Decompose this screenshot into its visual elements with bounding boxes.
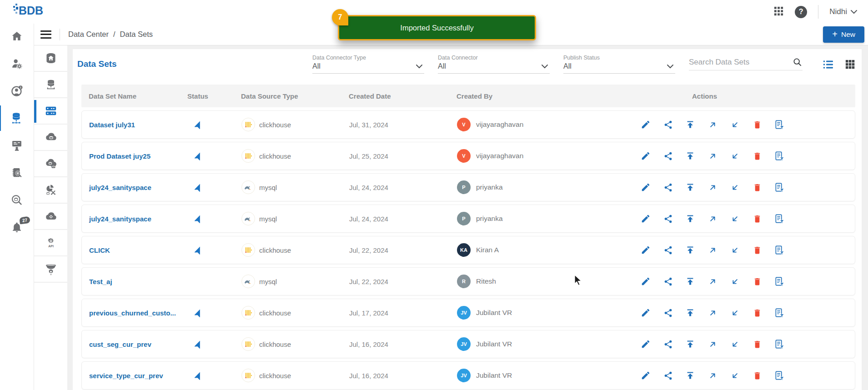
share-action-button[interactable] — [662, 338, 674, 350]
edit-action-button[interactable] — [640, 338, 652, 350]
dataset-name-link[interactable]: july24_sanityspace — [82, 215, 180, 223]
publish-action-button[interactable] — [684, 150, 696, 162]
data-prep-action-button[interactable] — [773, 213, 785, 225]
subrail-item-data-sandbox[interactable]: </> — [34, 151, 67, 177]
publish-action-button[interactable] — [684, 181, 696, 193]
list-view-icon[interactable] — [823, 60, 834, 71]
subrail-item-api[interactable]: API — [34, 230, 67, 256]
grid-view-icon[interactable] — [845, 59, 855, 71]
sidebar-item-trainer[interactable] — [10, 139, 24, 152]
edit-action-button[interactable] — [640, 307, 652, 319]
push-action-button[interactable] — [707, 119, 718, 130]
push-action-button[interactable] — [707, 370, 718, 381]
share-action-button[interactable] — [662, 275, 674, 287]
delete-action-button[interactable] — [751, 181, 763, 193]
edit-action-button[interactable] — [640, 275, 652, 287]
push-action-button[interactable] — [707, 307, 718, 319]
edit-action-button[interactable] — [640, 150, 652, 162]
apps-grid-icon[interactable] — [773, 6, 784, 18]
breadcrumb-data-center[interactable]: Data Center — [68, 30, 109, 39]
breadcrumb-data-sets[interactable]: Data Sets — [120, 30, 153, 39]
publish-action-button[interactable] — [684, 307, 696, 319]
subrail-item-data-metrics[interactable] — [34, 177, 67, 204]
subrail-item-data-store[interactable] — [34, 125, 67, 151]
sidebar-item-data-center[interactable] — [10, 112, 24, 125]
pull-action-button[interactable] — [729, 307, 741, 319]
data-prep-action-button[interactable] — [773, 370, 785, 381]
delete-action-button[interactable] — [751, 150, 763, 162]
push-action-button[interactable] — [707, 213, 718, 225]
sidebar-item-notifications[interactable]: 27 — [10, 221, 24, 234]
push-action-button[interactable] — [707, 275, 718, 287]
dataset-name-link[interactable]: cust_seg_cur_prev — [82, 340, 180, 348]
pull-action-button[interactable] — [729, 370, 741, 381]
filter-data-connector-type[interactable]: Data Connector Type All — [312, 55, 424, 74]
subrail-item-data-connectors[interactable] — [34, 72, 67, 98]
delete-action-button[interactable] — [751, 370, 763, 381]
new-button[interactable]: + New — [823, 26, 864, 43]
share-action-button[interactable] — [662, 119, 674, 130]
sidebar-item-data-search[interactable] — [10, 194, 24, 206]
dataset-name-link[interactable]: CLICK — [82, 246, 180, 254]
push-action-button[interactable] — [707, 181, 718, 193]
subrail-item-data-lake[interactable] — [34, 204, 67, 230]
share-action-button[interactable] — [662, 213, 674, 225]
share-action-button[interactable] — [662, 370, 674, 381]
sidebar-item-home[interactable] — [10, 30, 24, 43]
help-icon[interactable]: ? — [795, 6, 807, 18]
share-action-button[interactable] — [662, 181, 674, 193]
push-action-button[interactable] — [707, 338, 718, 350]
share-action-button[interactable] — [662, 244, 674, 256]
edit-action-button[interactable] — [640, 213, 652, 225]
data-prep-action-button[interactable] — [773, 244, 785, 256]
subrail-item-data-home[interactable] — [34, 45, 67, 72]
share-action-button[interactable] — [662, 150, 674, 162]
pull-action-button[interactable] — [729, 338, 741, 350]
publish-action-button[interactable] — [684, 213, 696, 225]
delete-action-button[interactable] — [751, 307, 763, 319]
publish-action-button[interactable] — [684, 244, 696, 256]
data-prep-action-button[interactable] — [773, 338, 785, 350]
data-prep-action-button[interactable] — [773, 150, 785, 162]
sidebar-item-user-info[interactable]: i — [10, 85, 24, 97]
pull-action-button[interactable] — [729, 150, 741, 162]
dataset-name-link[interactable]: service_type_cur_prev — [82, 372, 180, 380]
pull-action-button[interactable] — [729, 119, 741, 130]
dataset-name-link[interactable]: july24_sanityspace — [82, 184, 180, 191]
delete-action-button[interactable] — [751, 119, 763, 130]
delete-action-button[interactable] — [751, 244, 763, 256]
data-prep-action-button[interactable] — [773, 181, 785, 193]
filter-publish-status[interactable]: Publish Status All — [563, 55, 675, 74]
hamburger-menu-icon[interactable] — [40, 30, 51, 39]
edit-action-button[interactable] — [640, 119, 652, 130]
publish-action-button[interactable] — [684, 370, 696, 381]
user-menu[interactable]: Nidhi — [829, 7, 857, 16]
search-input[interactable] — [689, 58, 793, 67]
edit-action-button[interactable] — [640, 181, 652, 193]
delete-action-button[interactable] — [751, 338, 763, 350]
pull-action-button[interactable] — [729, 275, 741, 287]
search-icon[interactable] — [793, 57, 803, 67]
edit-action-button[interactable] — [640, 370, 652, 381]
subrail-item-data-prep[interactable] — [34, 256, 67, 283]
publish-action-button[interactable] — [684, 275, 696, 287]
push-action-button[interactable] — [707, 150, 718, 162]
subrail-item-data-sets[interactable] — [34, 98, 67, 125]
pull-action-button[interactable] — [729, 213, 741, 225]
filter-data-connector[interactable]: Data Connector All — [438, 55, 550, 74]
dataset-name-link[interactable]: previous_churned_custo... — [82, 309, 180, 317]
pull-action-button[interactable] — [729, 181, 741, 193]
data-prep-action-button[interactable] — [773, 275, 785, 287]
share-action-button[interactable] — [662, 307, 674, 319]
bdb-logo[interactable]: BDB — [13, 2, 45, 22]
publish-action-button[interactable] — [684, 338, 696, 350]
dataset-name-link[interactable]: Prod Dataset juy25 — [82, 152, 180, 160]
data-prep-action-button[interactable] — [773, 307, 785, 319]
sidebar-item-user-admin[interactable] — [10, 57, 24, 70]
push-action-button[interactable] — [707, 244, 718, 256]
delete-action-button[interactable] — [751, 275, 763, 287]
data-prep-action-button[interactable] — [773, 119, 785, 130]
dataset-name-link[interactable]: Test_aj — [82, 278, 180, 285]
pull-action-button[interactable] — [729, 244, 741, 256]
edit-action-button[interactable] — [640, 244, 652, 256]
